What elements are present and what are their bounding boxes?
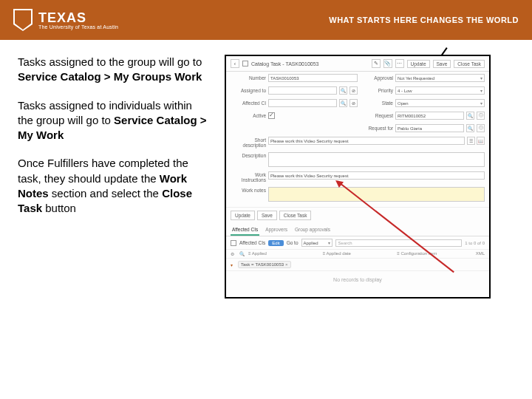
left-column: Tasks assigned to the group will go to S… <box>18 55 210 299</box>
tab-approvers[interactable]: Approvers <box>264 225 289 236</box>
more-icon[interactable]: ⋯ <box>395 59 404 68</box>
reqfor-label: Request for <box>358 126 393 131</box>
clear-icon[interactable]: ⊘ <box>349 99 358 107</box>
tab-group-approvals[interactable]: Group approvals <box>293 225 332 236</box>
assigned-label: Assigned to <box>231 88 266 93</box>
pager: 1 to 0 of 0 <box>465 241 485 245</box>
edit-icon[interactable]: ✎ <box>372 59 381 68</box>
close-task-button-top[interactable]: Close Task <box>454 60 485 68</box>
table-header: ⚙ 🔍 ≡ Applied ≡ Applied date ≡ Configura… <box>226 249 489 259</box>
affected-label: Affected CI <box>231 100 266 106</box>
search-input[interactable]: Search <box>335 239 463 247</box>
paragraph-1: Tasks assigned to the group will go to S… <box>18 55 210 85</box>
assigned-field[interactable] <box>268 86 337 95</box>
workinst-label: Work Instructions <box>231 171 266 183</box>
clear-icon[interactable]: ⊘ <box>349 86 358 95</box>
short-description-field[interactable]: Please work this Video Security request <box>268 137 465 145</box>
back-button[interactable]: ‹ <box>231 59 239 68</box>
work-notes-field[interactable] <box>268 187 485 202</box>
lookup-icon[interactable]: 🔍 <box>339 86 347 95</box>
reqfor-field[interactable]: Pablo Giaria <box>395 124 464 132</box>
goto-label: Go to <box>287 240 299 245</box>
goto-select[interactable]: Applied <box>301 239 332 247</box>
record-icon <box>242 61 248 66</box>
no-records: No records to display <box>226 270 489 288</box>
screenshot-panel: ‹ Catalog Task - TASK0010053 ✎ 📎 ⋯ Updat… <box>225 55 491 299</box>
panel-header: ‹ Catalog Task - TASK0010053 ✎ 📎 ⋯ Updat… <box>226 56 489 72</box>
affected-field[interactable] <box>268 99 337 107</box>
worknotes-label: Work notes <box>231 187 266 193</box>
approval-label: Approval <box>358 75 393 81</box>
description-field[interactable] <box>268 152 485 167</box>
edit-pill[interactable]: Edit <box>268 240 283 246</box>
filter-icon[interactable]: ▾ <box>231 262 238 267</box>
lookup-icon[interactable]: 🔍 <box>466 112 474 120</box>
active-label: Active <box>231 113 266 118</box>
short-label: Short description <box>231 137 266 148</box>
tab-affected-cis[interactable]: Affected CIs <box>231 225 259 236</box>
save-button[interactable]: Save <box>257 211 277 220</box>
logo-wordmark: TEXAS <box>38 11 118 24</box>
close-task-button[interactable]: Close Task <box>279 211 312 220</box>
paragraph-3: Once Fulfillers have completed the task,… <box>18 156 210 216</box>
related-tabs: Affected CIs Approvers Group approvals <box>226 225 489 236</box>
col-applied-date[interactable]: ≡ Applied date <box>323 251 398 256</box>
state-select[interactable]: Open <box>395 99 485 107</box>
remove-filter-icon[interactable]: × <box>285 262 288 267</box>
right-column: ‹ Catalog Task - TASK0010053 ✎ 📎 ⋯ Updat… <box>225 55 514 299</box>
desc-label: Description <box>231 152 266 158</box>
work-instructions-field[interactable]: Please work this Video Security request <box>268 171 485 180</box>
request-label: Request <box>358 113 393 118</box>
slide-header: TEXAS The University of Texas at Austin … <box>0 0 532 40</box>
active-checkbox[interactable] <box>268 112 275 119</box>
kb-icon[interactable]: 📖 <box>477 137 485 145</box>
update-button[interactable]: Update <box>231 211 255 220</box>
save-button-top[interactable]: Save <box>433 60 451 68</box>
priority-select[interactable]: 4 - Low <box>395 86 485 95</box>
col-applied[interactable]: ≡ Applied <box>248 251 323 256</box>
list-toolbar: Affected CIs Edit Go to Applied Search 1… <box>226 236 489 249</box>
attach-icon[interactable]: 📎 <box>383 59 392 68</box>
filter-row: ▾ Task = TASK0010053 × <box>226 259 489 270</box>
suggest-icon[interactable]: ☰ <box>467 137 475 145</box>
shield-icon <box>13 9 33 31</box>
logo-subtitle: The University of Texas at Austin <box>38 24 118 30</box>
action-bar: Update Save Close Task <box>226 207 489 223</box>
col-ci[interactable]: ≡ Configuration item <box>397 251 471 256</box>
priority-label: Priority <box>358 88 393 93</box>
lookup-icon[interactable]: 🔍 <box>339 99 347 107</box>
approval-select[interactable]: Not Yet Requested <box>395 74 485 82</box>
request-field[interactable]: RITM0010052 <box>395 112 464 120</box>
update-button-top[interactable]: Update <box>407 60 430 68</box>
list-title: Affected CIs <box>239 240 265 245</box>
number-label: Number <box>231 75 266 81</box>
col-xml[interactable]: XML <box>471 251 485 256</box>
paragraph-2: Tasks assigned to individuals within the… <box>18 98 210 143</box>
info-icon[interactable]: ⓘ <box>477 124 485 132</box>
tagline: WHAT STARTS HERE CHANGES THE WORLD <box>329 16 519 24</box>
col-gear[interactable]: ⚙ <box>231 251 239 256</box>
panel-title: Catalog Task - TASK0010053 <box>251 61 318 66</box>
list-icon <box>231 240 236 246</box>
col-search[interactable]: 🔍 <box>239 251 248 256</box>
state-label: State <box>358 100 393 106</box>
logo-area: TEXAS The University of Texas at Austin <box>13 9 118 31</box>
number-field[interactable]: TASK0010053 <box>268 74 358 82</box>
lookup-icon[interactable]: 🔍 <box>466 124 474 132</box>
filter-tag[interactable]: Task = TASK0010053 × <box>238 261 291 268</box>
info-icon[interactable]: ⓘ <box>477 112 485 120</box>
